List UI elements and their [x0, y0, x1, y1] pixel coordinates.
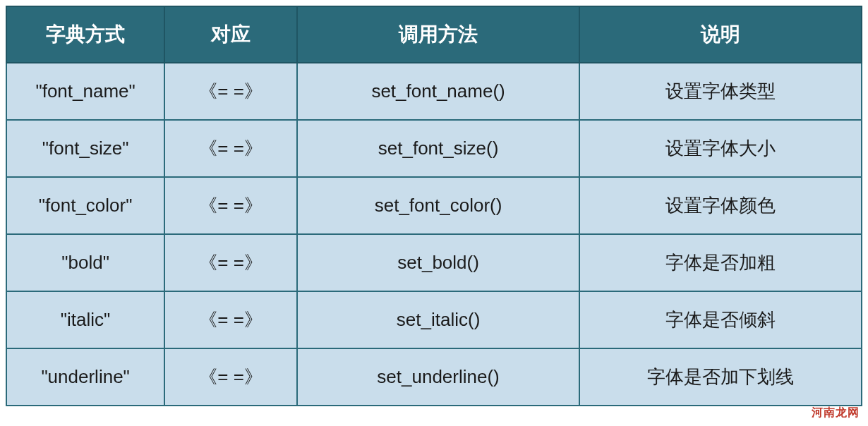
- header-desc: 说明: [579, 6, 862, 63]
- cell-corr: 《= =》: [164, 63, 297, 120]
- cell-method: set_underline(): [297, 348, 579, 406]
- cell-corr: 《= =》: [164, 348, 297, 406]
- table-row: "underline" 《= =》 set_underline() 字体是否加下…: [6, 348, 862, 406]
- reference-table-container: 字典方式 对应 调用方法 说明 "font_name" 《= =》 set_fo…: [6, 6, 862, 406]
- header-corr: 对应: [164, 6, 297, 63]
- cell-corr: 《= =》: [164, 120, 297, 177]
- cell-desc: 字体是否倾斜: [579, 291, 862, 348]
- cell-corr: 《= =》: [164, 291, 297, 348]
- cell-method: set_font_color(): [297, 177, 579, 234]
- reference-table: 字典方式 对应 调用方法 说明 "font_name" 《= =》 set_fo…: [6, 6, 862, 406]
- header-dict: 字典方式: [6, 6, 164, 63]
- cell-dict: "italic": [6, 291, 164, 348]
- cell-desc: 设置字体类型: [579, 63, 862, 120]
- cell-desc: 设置字体颜色: [579, 177, 862, 234]
- cell-method: set_font_size(): [297, 120, 579, 177]
- cell-desc: 字体是否加粗: [579, 234, 862, 291]
- cell-method: set_font_name(): [297, 63, 579, 120]
- cell-desc: 设置字体大小: [579, 120, 862, 177]
- table-row: "font_color" 《= =》 set_font_color() 设置字体…: [6, 177, 862, 234]
- cell-method: set_italic(): [297, 291, 579, 348]
- cell-desc: 字体是否加下划线: [579, 348, 862, 406]
- cell-dict: "font_color": [6, 177, 164, 234]
- table-row: "italic" 《= =》 set_italic() 字体是否倾斜: [6, 291, 862, 348]
- watermark-text: 河南龙网: [812, 406, 860, 420]
- cell-dict: "font_name": [6, 63, 164, 120]
- table-row: "font_size" 《= =》 set_font_size() 设置字体大小: [6, 120, 862, 177]
- cell-method: set_bold(): [297, 234, 579, 291]
- cell-corr: 《= =》: [164, 234, 297, 291]
- header-method: 调用方法: [297, 6, 579, 63]
- table-row: "bold" 《= =》 set_bold() 字体是否加粗: [6, 234, 862, 291]
- cell-dict: "font_size": [6, 120, 164, 177]
- table-header-row: 字典方式 对应 调用方法 说明: [6, 6, 862, 63]
- cell-dict: "underline": [6, 348, 164, 406]
- cell-dict: "bold": [6, 234, 164, 291]
- table-row: "font_name" 《= =》 set_font_name() 设置字体类型: [6, 63, 862, 120]
- cell-corr: 《= =》: [164, 177, 297, 234]
